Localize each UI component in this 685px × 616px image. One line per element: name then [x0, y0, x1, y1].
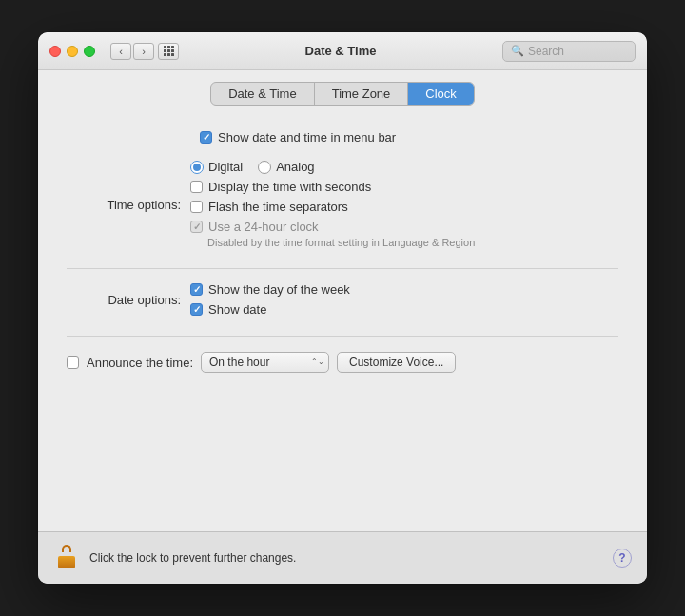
tab-date-time[interactable]: Date & Time — [211, 83, 315, 105]
content-area: Show date and time in menu bar Time opti… — [38, 115, 647, 531]
time-options-section: Time options: Digital Analog — [67, 160, 618, 249]
back-button[interactable]: ‹ — [110, 43, 131, 60]
use-24-hour-note: Disabled by the time format setting in L… — [207, 236, 475, 249]
show-date-label: Show date — [208, 302, 266, 317]
tabs-area: Date & Time Time Zone Clock — [38, 70, 647, 115]
close-button[interactable] — [49, 46, 61, 57]
show-menubar-row: Show date and time in menu bar — [200, 130, 618, 144]
time-options-col: Digital Analog Display the time with sec… — [190, 160, 475, 249]
show-day-of-week-label: Show the day of the week — [208, 282, 350, 297]
date-options-label: Date options: — [67, 293, 190, 307]
use-24-hour-label: Use a 24-hour clock — [208, 220, 319, 234]
flash-separators-row: Flash the time separators — [190, 200, 475, 214]
grid-button[interactable] — [158, 43, 179, 60]
maximize-button[interactable] — [84, 46, 95, 57]
search-icon: 🔍 — [511, 45, 524, 57]
show-day-of-week-row: Show the day of the week — [190, 282, 350, 297]
use-24-hour-row: Use a 24-hour clock — [190, 220, 475, 234]
tab-clock[interactable]: Clock — [408, 83, 474, 105]
lock-icon[interactable] — [53, 545, 80, 571]
announce-dropdown[interactable]: On the hour On the half hour On the quar… — [201, 352, 329, 373]
digital-radio-option[interactable]: Digital — [190, 160, 243, 174]
title-bar: ‹ › Date & Time 🔍 Search — [38, 32, 647, 70]
announce-label: Announce the time: — [87, 356, 193, 370]
flash-separators-checkbox[interactable] — [190, 201, 203, 213]
analog-label: Analog — [276, 160, 314, 174]
bottom-bar: Click the lock to prevent further change… — [38, 531, 647, 584]
tab-group: Date & Time Time Zone Clock — [210, 82, 475, 106]
show-date-row: Show date — [190, 302, 350, 317]
use-24-hour-group: Use a 24-hour clock Disabled by the time… — [190, 220, 475, 249]
grid-icon — [164, 46, 174, 56]
window-title: Date & Time — [179, 44, 502, 58]
date-options-section: Date options: Show the day of the week S… — [67, 282, 618, 317]
date-options-col: Show the day of the week Show date — [190, 282, 350, 317]
announce-checkbox[interactable] — [67, 356, 79, 369]
digital-radio[interactable] — [190, 161, 204, 174]
main-window: ‹ › Date & Time 🔍 Search Date & Time Tim… — [38, 32, 647, 584]
lock-body — [58, 556, 75, 568]
show-menubar-checkbox[interactable] — [200, 131, 212, 144]
display-seconds-checkbox[interactable] — [190, 181, 203, 193]
lock-text: Click the lock to prevent further change… — [89, 551, 613, 565]
display-seconds-label: Display the time with seconds — [208, 180, 371, 194]
divider-1 — [67, 268, 618, 269]
display-seconds-row: Display the time with seconds — [190, 180, 475, 194]
digital-analog-group: Digital Analog — [190, 160, 475, 174]
time-options-row: Time options: Digital Analog — [67, 160, 618, 249]
digital-label: Digital — [208, 160, 243, 174]
help-button[interactable]: ? — [613, 549, 632, 568]
analog-radio-option[interactable]: Analog — [258, 160, 314, 174]
search-bar[interactable]: 🔍 Search — [502, 41, 636, 62]
analog-radio[interactable] — [258, 161, 271, 174]
show-day-of-week-checkbox[interactable] — [190, 283, 203, 296]
customize-voice-button[interactable]: Customize Voice... — [337, 352, 456, 373]
traffic-lights — [49, 46, 95, 57]
minimize-button[interactable] — [67, 46, 78, 57]
show-date-checkbox[interactable] — [190, 303, 203, 316]
flash-separators-label: Flash the time separators — [208, 200, 348, 214]
time-options-label: Time options: — [67, 198, 190, 212]
announce-select-wrapper: On the hour On the half hour On the quar… — [201, 352, 329, 373]
divider-2 — [67, 336, 618, 337]
search-placeholder: Search — [528, 45, 564, 58]
forward-button[interactable]: › — [133, 43, 154, 60]
date-options-row: Date options: Show the day of the week S… — [67, 282, 618, 317]
use-24-hour-checkbox[interactable] — [190, 221, 203, 233]
tab-time-zone[interactable]: Time Zone — [315, 83, 409, 105]
announce-row: Announce the time: On the hour On the ha… — [67, 352, 618, 373]
nav-buttons: ‹ › — [110, 43, 154, 60]
show-menubar-label: Show date and time in menu bar — [218, 130, 396, 144]
lock-shackle — [62, 545, 71, 552]
